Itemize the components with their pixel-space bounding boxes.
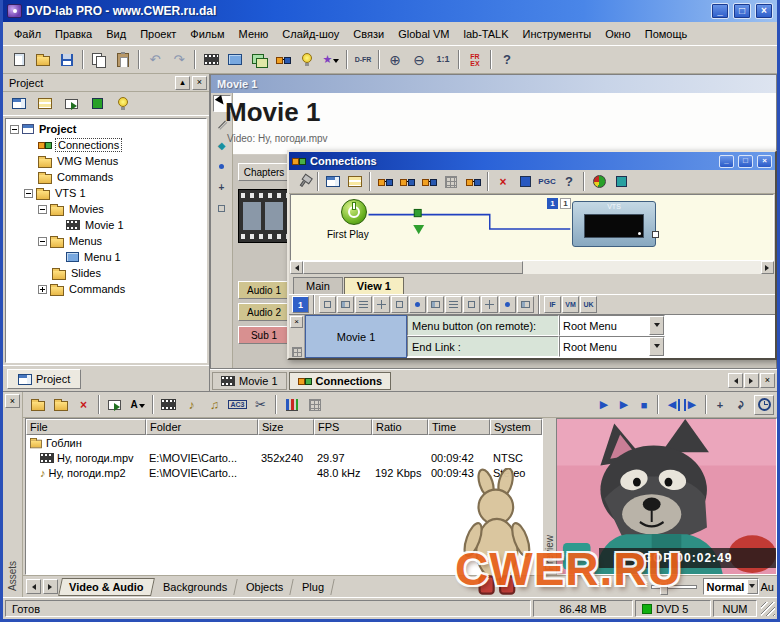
track-sub1-label[interactable]: Sub 1 (238, 326, 290, 344)
connections-help-button[interactable]: ? (558, 171, 580, 192)
asset-row-video[interactable]: Ну, погоди.mpv E:\MOVIE\Carto... 352x240… (26, 450, 542, 465)
asset-tabs-left-button[interactable] (26, 579, 41, 594)
tab-backgrounds[interactable]: Backgrounds (153, 579, 238, 595)
connections-titlebar[interactable]: Connections _ □ × (289, 152, 775, 170)
menu-window[interactable]: Окно (598, 24, 638, 44)
doc-tab-connections[interactable]: Connections (289, 372, 392, 390)
pin-button[interactable] (292, 171, 314, 192)
connections-view-button[interactable] (271, 48, 295, 71)
snap-grid-button[interactable] (440, 171, 462, 192)
selected-object-cell[interactable]: Movie 1 (305, 315, 407, 358)
preview-volume-slider[interactable] (651, 585, 697, 589)
add-slideshow-button[interactable] (247, 48, 271, 71)
tab-plug[interactable]: Plug (292, 579, 334, 595)
menu-file[interactable]: Файл (7, 24, 48, 44)
connections-canvas[interactable]: First Play 1 1 VTS (290, 194, 774, 261)
track-audio1-label[interactable]: Audio 1 (238, 281, 290, 299)
component-blue-button[interactable] (514, 171, 536, 192)
dropdown-button[interactable] (649, 337, 664, 356)
open-project-button[interactable] (31, 48, 55, 71)
expander-minus-icon[interactable] (10, 125, 19, 134)
connections-hscrollbar[interactable] (290, 261, 774, 274)
timecode-button[interactable] (754, 395, 774, 415)
menu-globalvm[interactable]: Global VM (391, 24, 456, 44)
paste-button[interactable] (111, 48, 135, 71)
column-size[interactable]: Size (258, 419, 314, 435)
object-tool-button[interactable] (463, 296, 480, 313)
link-style3-button[interactable] (418, 171, 440, 192)
movie-window-titlebar[interactable]: Movie 1 (211, 75, 776, 93)
audio-note-button[interactable]: ♪ (180, 394, 203, 416)
save-project-button[interactable] (55, 48, 79, 71)
tab-main[interactable]: Main (293, 277, 343, 294)
asset-row-audio[interactable]: ♪Ну, погоди.mp2 E:\MOVIE\Carto... 48.0 k… (26, 465, 542, 480)
if-command-button[interactable]: IF (544, 296, 561, 313)
track-audio2-label[interactable]: Audio 2 (238, 303, 290, 321)
maximize-button[interactable]: □ (733, 3, 751, 19)
end-link-dropdown[interactable]: Root Menu (559, 336, 665, 357)
tree-item-commands[interactable]: Commands (6, 169, 206, 185)
dropdown-button[interactable] (649, 316, 664, 335)
transitions-button[interactable]: D-FR (351, 48, 375, 71)
first-play-node[interactable] (341, 199, 367, 225)
sort-button[interactable]: A (126, 394, 149, 416)
zoom-out-button[interactable]: ⊖ (407, 48, 431, 71)
set-out-button[interactable]: ↷ (731, 395, 749, 415)
scroll-right-button[interactable] (761, 261, 774, 274)
grid-view-button[interactable] (303, 394, 326, 416)
tree-item-menus[interactable]: Menus (6, 233, 206, 249)
tree-item-connections[interactable]: Connections (6, 137, 206, 153)
copy-button[interactable] (87, 48, 111, 71)
object-tool-button[interactable] (337, 296, 354, 313)
minimize-button[interactable]: _ (711, 3, 729, 19)
object-tool-button[interactable] (355, 296, 372, 313)
tab-view1[interactable]: View 1 (344, 277, 404, 294)
audio-notes-button[interactable]: ♫ (203, 394, 226, 416)
menu-button-dropdown[interactable]: Root Menu (559, 315, 665, 336)
tabs-scroll-left-button[interactable] (728, 373, 743, 388)
property-close-button[interactable]: × (290, 316, 303, 328)
tab-project[interactable]: Project (7, 369, 81, 389)
tool-frame-button[interactable] (213, 200, 231, 217)
simulation-button[interactable] (295, 48, 319, 71)
ac3-button[interactable]: AC3 (226, 394, 249, 416)
track-chapters-label[interactable]: Chapters (238, 163, 290, 181)
column-ratio[interactable]: Ratio (372, 419, 428, 435)
pgc-button[interactable]: PGC (536, 171, 558, 192)
object-tool-button[interactable] (517, 296, 534, 313)
column-system[interactable]: System (490, 419, 542, 435)
tree-item-vts1[interactable]: VTS 1 (6, 185, 206, 201)
link-style1-button[interactable] (374, 171, 396, 192)
bitrate-chart-button[interactable] (280, 394, 303, 416)
help-button[interactable]: ? (495, 48, 519, 71)
menu-menu[interactable]: Меню (232, 24, 276, 44)
tab-objects[interactable]: Objects (236, 579, 294, 595)
column-folder[interactable]: Folder (146, 419, 258, 435)
refresh-button[interactable] (157, 394, 180, 416)
play-from-button[interactable]: ▶ (614, 396, 634, 414)
add-movie-button[interactable] (199, 48, 223, 71)
import-file-button[interactable] (49, 394, 72, 416)
delete-link-button[interactable]: × (492, 171, 514, 192)
object-tool-button[interactable] (445, 296, 462, 313)
assets-close-button[interactable]: × (5, 394, 20, 408)
tree-item-slides[interactable]: Slides (6, 265, 206, 281)
object-tool-button[interactable] (481, 296, 498, 313)
tree-item-project[interactable]: Project (6, 121, 206, 137)
zoom-in-button[interactable]: ⊕ (383, 48, 407, 71)
panel-close-button[interactable]: × (192, 76, 207, 90)
object-tool-button[interactable] (373, 296, 390, 313)
add-menu-button[interactable] (223, 48, 247, 71)
tool-marker-button[interactable] (213, 158, 231, 175)
tab-video-audio[interactable]: Video & Audio (58, 578, 154, 596)
new-bin-button[interactable] (26, 394, 49, 416)
folder-up-button[interactable] (103, 394, 126, 416)
preview-mode-dropdown[interactable]: Normal (703, 578, 759, 595)
column-fps[interactable]: FPS (314, 419, 372, 435)
frameex-button[interactable]: FREX (463, 48, 487, 71)
column-file[interactable]: File (26, 419, 146, 435)
title-bar[interactable]: DVD-lab PRO - www.CWER.ru.dal _ □ × (3, 0, 777, 22)
resize-grip[interactable] (761, 602, 775, 616)
project-add-vts-button[interactable] (85, 92, 109, 115)
vts-select-button[interactable]: 1 (292, 296, 309, 313)
